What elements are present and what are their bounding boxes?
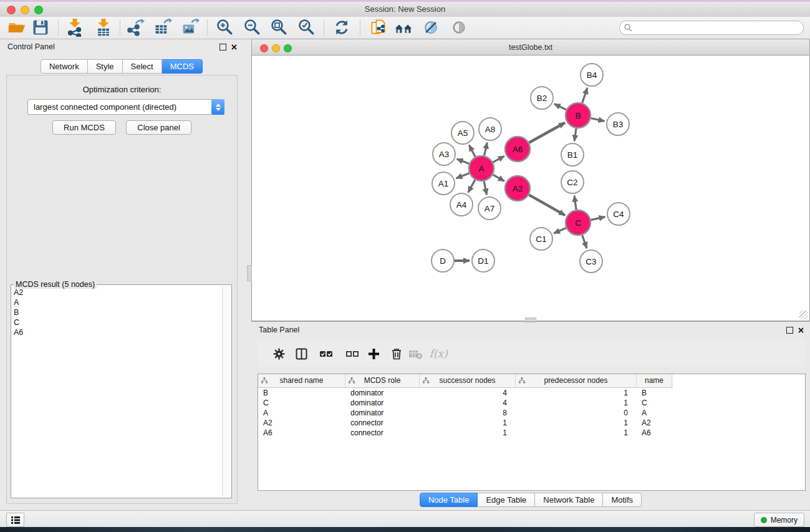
table-row[interactable]: Adominator80A [258,408,805,418]
duplicate-network-icon[interactable] [369,18,388,37]
table-tab-edge-table[interactable]: Edge Table [478,493,535,507]
close-table-panel-icon[interactable] [798,327,804,333]
node-A7[interactable]: A7 [478,197,501,220]
select-all-icon[interactable] [319,346,334,361]
edge-A6-B[interactable] [529,123,565,143]
result-item[interactable]: B [14,307,221,317]
export-table-icon[interactable] [153,18,172,37]
result-scrollbar[interactable] [222,286,230,496]
node-A4[interactable]: A4 [450,193,473,216]
node-C4[interactable]: C4 [607,203,630,225]
node-A8[interactable]: A8 [479,118,501,140]
node-D1[interactable]: D1 [472,249,494,272]
open-file-icon[interactable] [7,18,26,37]
search-box[interactable] [619,21,804,35]
result-item[interactable]: A2 [14,288,221,297]
tab-style[interactable]: Style [88,59,123,74]
home-icon[interactable] [394,18,413,37]
maximize-window-icon[interactable] [34,6,43,14]
close-panel-button[interactable]: Close panel [126,120,191,135]
tab-network[interactable]: Network [41,59,88,74]
column-header-predecessor-nodes[interactable]: predecessor nodes [516,374,637,387]
node-C3[interactable]: C3 [580,250,602,273]
import-table-icon[interactable] [94,18,113,37]
node-B2[interactable]: B2 [531,87,553,109]
table-row[interactable]: Bdominator41B [258,388,805,398]
network-canvas[interactable]: AA1A2A3A4A5A6A7A8BB1B2B3B4CC1C2C3C4DD1 [251,55,810,321]
export-image-icon[interactable] [181,18,200,37]
edge-A-A6[interactable] [493,156,504,162]
node-A[interactable]: A [469,156,494,181]
settings-icon[interactable] [271,346,286,361]
task-history-button[interactable] [6,513,24,527]
node-C2[interactable]: C2 [561,171,584,193]
node-A2[interactable]: A2 [505,176,530,201]
node-B1[interactable]: B1 [561,143,584,166]
close-panel-icon[interactable] [231,44,237,50]
edge-A-A8[interactable] [485,142,488,155]
show-all-icon[interactable] [450,18,468,37]
close-window-icon[interactable] [7,6,16,14]
zoom-out-icon[interactable] [243,18,262,37]
resize-grip-icon[interactable] [799,311,808,319]
refresh-icon[interactable] [332,18,351,37]
column-header-successor-nodes[interactable]: successor nodes [420,374,516,387]
edge-A-A2[interactable] [493,175,504,181]
column-header-shared-name[interactable]: shared name [258,374,345,387]
table-tab-node-table[interactable]: Node Table [420,493,478,507]
edge-C-C4[interactable] [591,217,605,220]
table-row[interactable]: Cdominator41C [258,398,805,408]
node-B3[interactable]: B3 [607,113,629,135]
tab-select[interactable]: Select [123,59,162,74]
zoom-in-icon[interactable] [216,18,234,37]
vertical-splitter-handle[interactable] [247,265,252,281]
column-header-name[interactable]: name [637,374,672,387]
edge-C-C2[interactable] [574,196,576,210]
zoom-fit-icon[interactable] [270,18,289,37]
result-item[interactable]: C [14,317,221,327]
edge-A-A4[interactable] [468,180,475,192]
node-A3[interactable]: A3 [433,143,455,165]
node-C[interactable]: C [566,210,591,235]
edge-A-A1[interactable] [456,173,469,178]
node-D[interactable]: D [432,249,454,272]
add-icon[interactable] [366,346,381,361]
result-item[interactable]: A6 [14,327,221,337]
table-tab-network-table[interactable]: Network Table [535,493,603,507]
table-row[interactable]: A2connector11A2 [258,418,805,428]
float-panel-icon[interactable] [219,44,226,51]
node-A6[interactable]: A6 [505,137,530,162]
criterion-dropdown[interactable]: largest connected component (directed) [27,99,224,115]
column-header-MCDS-role[interactable]: MCDS role [345,374,420,387]
columns-icon[interactable] [294,346,309,361]
export-network-icon[interactable] [127,18,145,37]
edge-B-B3[interactable] [591,118,605,121]
edge-B-B1[interactable] [574,128,576,141]
zoom-selected-icon[interactable] [297,18,316,37]
network-minimize-icon[interactable] [272,44,280,52]
delete-icon[interactable] [389,346,404,361]
tab-mcds[interactable]: MCDS [162,59,203,74]
node-A1[interactable]: A1 [432,172,455,195]
node-B4[interactable]: B4 [581,64,603,86]
edge-C-C1[interactable] [554,228,566,233]
edge-B-B4[interactable] [582,88,587,103]
edge-A2-C[interactable] [529,195,565,215]
node-A5[interactable]: A5 [451,122,474,144]
save-session-icon[interactable] [31,18,50,37]
memory-button[interactable]: Memory [754,513,804,527]
search-input[interactable] [635,22,799,34]
hide-unselected-icon[interactable] [422,18,440,37]
table-row[interactable]: A6connector11A6 [258,428,805,438]
float-table-panel-icon[interactable] [786,327,793,334]
edge-A-A5[interactable] [469,145,475,157]
result-item[interactable]: A [14,297,221,307]
network-close-icon[interactable] [260,44,268,52]
run-mcds-button[interactable]: Run MCDS [52,120,116,135]
node-table[interactable]: shared nameMCDS rolesuccessor nodesprede… [258,374,806,491]
minimize-window-icon[interactable] [21,6,29,14]
edge-A-A7[interactable] [484,181,486,195]
deselect-all-icon[interactable] [345,346,360,361]
edge-C-C3[interactable] [582,235,587,248]
table-tab-motifs[interactable]: Motifs [603,493,642,507]
